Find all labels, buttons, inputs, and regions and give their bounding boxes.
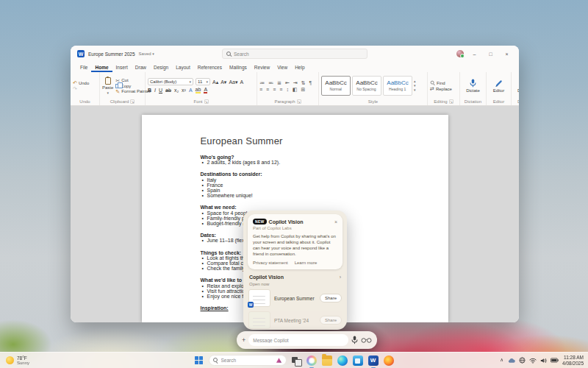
style-heading1[interactable]: AaBbCc Heading 1: [383, 76, 412, 96]
file-explorer-icon[interactable]: [322, 355, 332, 366]
share-button[interactable]: Share: [320, 316, 342, 325]
taskbar-search-box[interactable]: [209, 355, 287, 366]
store-icon[interactable]: [353, 355, 363, 366]
copilot-message-input[interactable]: [253, 338, 344, 343]
align-left-button[interactable]: ≡: [259, 87, 262, 92]
style-no-spacing[interactable]: AaBbCc No Spacing: [352, 76, 381, 96]
volume-icon[interactable]: [540, 358, 547, 364]
minimize-button[interactable]: –: [469, 49, 480, 59]
copilot-vision-glasses-icon[interactable]: [361, 337, 372, 344]
word-icon[interactable]: W: [368, 355, 379, 366]
dialog-launcher-icon[interactable]: ↘: [204, 99, 209, 104]
sort-button[interactable]: ⇅: [301, 80, 306, 85]
learn-more-link[interactable]: Learn more: [295, 261, 318, 265]
microphone-icon[interactable]: [351, 336, 358, 344]
redo-button[interactable]: ↷: [73, 86, 97, 91]
copilot-message-box[interactable]: [248, 334, 348, 346]
weather-widget[interactable]: 78°F Sunny: [6, 355, 29, 366]
taskbar-search-input[interactable]: [221, 358, 273, 363]
battery-icon[interactable]: [551, 358, 559, 363]
word-badge-icon: W: [248, 302, 254, 308]
highlight-button[interactable]: ab: [196, 87, 201, 93]
increase-indent-button[interactable]: ⇥: [293, 80, 298, 85]
language-globe-icon[interactable]: [519, 357, 526, 364]
show-marks-button[interactable]: ¶: [309, 80, 312, 85]
close-button[interactable]: ×: [501, 49, 512, 59]
task-view-icon[interactable]: [292, 356, 301, 365]
font-size-combo[interactable]: 11▾: [196, 78, 210, 85]
text-effects-button[interactable]: A: [189, 88, 193, 93]
tray-chevron-icon[interactable]: ∧: [500, 358, 503, 363]
dictate-button[interactable]: Dictate: [466, 79, 480, 93]
word-search-box[interactable]: [222, 49, 368, 59]
vision-item-pta-meeting[interactable]: PTA Meeting '24 Share: [248, 311, 342, 329]
new-badge: NEW: [253, 219, 267, 224]
copilot-vision-section-header[interactable]: Copilot Vision ›: [249, 275, 341, 280]
tab-view[interactable]: View: [273, 63, 291, 72]
word-search-input[interactable]: [234, 52, 363, 57]
justify-button[interactable]: ≡: [279, 87, 282, 92]
font-name-combo[interactable]: Calibri (Body)▾: [148, 78, 193, 85]
numbering-button[interactable]: ≕: [268, 80, 273, 85]
strikethrough-button[interactable]: ab: [165, 88, 171, 93]
card-close-icon[interactable]: ×: [334, 219, 337, 224]
paste-button[interactable]: Paste ▾: [102, 77, 113, 95]
tab-design[interactable]: Design: [150, 63, 172, 72]
tab-references[interactable]: References: [194, 63, 226, 72]
copilot-vision-card: NEW Copilot Vision × Part of Copilot Lab…: [248, 214, 343, 269]
tab-draw[interactable]: Draw: [132, 63, 150, 72]
undo-button[interactable]: ↶Undo: [73, 80, 97, 85]
align-center-button[interactable]: ≡: [266, 87, 269, 92]
font-color-button[interactable]: A: [204, 87, 207, 93]
maximize-button[interactable]: □: [485, 49, 496, 59]
bold-button[interactable]: B: [148, 88, 151, 93]
tab-review[interactable]: Review: [251, 63, 273, 72]
dialog-launcher-icon[interactable]: ↘: [130, 99, 135, 104]
borders-button[interactable]: ⊞: [301, 87, 306, 92]
save-status-dropdown[interactable]: Saved ▾: [139, 52, 154, 56]
change-case-button[interactable]: Aa▾: [229, 79, 237, 85]
onedrive-cloud-icon[interactable]: [507, 358, 515, 364]
tab-insert[interactable]: Insert: [112, 63, 132, 72]
privacy-statement-link[interactable]: Privacy statement: [253, 261, 288, 265]
superscript-button[interactable]: x²: [182, 88, 186, 93]
group-styles: AaBbCc Normal AaBbCc No Spacing AaBbCc H…: [319, 72, 428, 105]
replace-button[interactable]: ⇄Replace: [430, 86, 457, 91]
format-painter-icon: ✎: [115, 89, 120, 94]
multilevel-list-button[interactable]: ≣: [277, 80, 282, 85]
clock[interactable]: 11:28 AM 4/08/2025: [562, 355, 584, 366]
dialog-launcher-icon[interactable]: ↘: [449, 99, 453, 104]
tab-mailings[interactable]: Mailings: [226, 63, 251, 72]
underline-button[interactable]: U: [159, 88, 162, 93]
shading-button[interactable]: ◧: [293, 87, 298, 92]
italic-button[interactable]: I: [154, 88, 156, 93]
plus-icon[interactable]: +: [242, 337, 245, 344]
shrink-font-button[interactable]: A▾: [220, 79, 226, 85]
bullets-button[interactable]: ≔: [259, 80, 265, 85]
tab-file[interactable]: File: [76, 63, 91, 72]
document-thumbnail: [248, 311, 270, 329]
tab-home[interactable]: Home: [91, 63, 112, 72]
start-button[interactable]: [195, 356, 204, 365]
tab-help[interactable]: Help: [291, 63, 308, 72]
avatar[interactable]: [456, 50, 464, 57]
firefox-icon[interactable]: [384, 355, 394, 366]
styles-gallery-more[interactable]: ▾: [414, 88, 416, 92]
wifi-icon[interactable]: [529, 358, 537, 364]
editor-button[interactable]: Editor: [493, 79, 505, 93]
dialog-launcher-icon[interactable]: ↘: [297, 99, 301, 104]
align-right-button[interactable]: ≡: [273, 87, 276, 92]
vision-item-european-summer[interactable]: W European Summer Share: [248, 289, 342, 307]
decrease-indent-button[interactable]: ⇤: [285, 80, 290, 85]
designer-button[interactable]: Designer: [517, 79, 519, 93]
line-spacing-button[interactable]: ↕: [286, 87, 289, 92]
clear-formatting-button[interactable]: A: [240, 79, 243, 85]
grow-font-button[interactable]: A▴: [212, 79, 218, 85]
find-button[interactable]: Find: [430, 80, 457, 85]
share-button[interactable]: Share: [320, 294, 342, 302]
copilot-icon[interactable]: [306, 355, 317, 366]
edge-icon[interactable]: [337, 355, 348, 366]
subscript-button[interactable]: x₂: [174, 88, 179, 93]
style-normal[interactable]: AaBbCc Normal: [321, 76, 351, 96]
tab-layout[interactable]: Layout: [172, 63, 194, 72]
